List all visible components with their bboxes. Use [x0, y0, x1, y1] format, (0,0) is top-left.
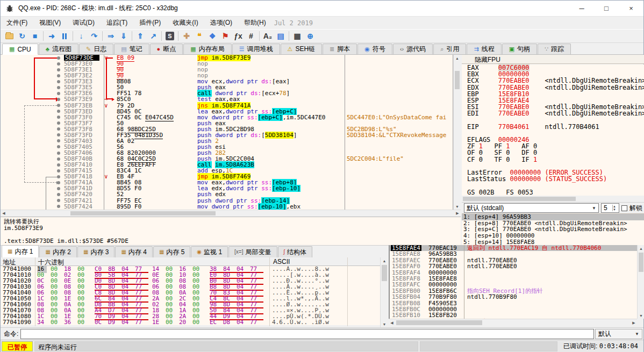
register-row[interactable]: EIP 770B4061 ntdll.770B4061 [462, 124, 644, 130]
breakpoint-dot-icon[interactable] [57, 187, 60, 190]
patch-button[interactable]: ✚ [180, 30, 193, 42]
execute-till-return-button[interactable]: ⇑ [134, 30, 147, 42]
pause-button[interactable] [58, 30, 71, 42]
scroll-down-icon[interactable]: ▼ [381, 321, 388, 327]
restart-button[interactable]: ↻ [16, 30, 28, 42]
tab-seh[interactable]: ⚠SEH链 [281, 44, 323, 54]
argument-row[interactable]: 4: [esp+10] 00000000 [462, 233, 644, 239]
scroll-right-icon[interactable]: ▶ [631, 319, 637, 326]
menu-item-d[interactable]: 调试(D) [67, 17, 101, 28]
menu-item-t[interactable]: 追踪(T) [101, 17, 133, 28]
menu-item-p[interactable]: 插件(P) [133, 17, 167, 28]
scroll-left-icon[interactable]: ◀ [389, 319, 395, 326]
stack-row[interactable]: 15E8FAE4770EAC19返回到 ntdll.770EAC19 自 ntd… [390, 245, 637, 251]
disassembly-hscrollbar[interactable]: ◀ ▶ [1, 210, 461, 217]
stack-row[interactable]: 15E8FAF815E8FAE8 [390, 276, 637, 282]
breakpoint-dot-icon[interactable] [57, 175, 60, 178]
scroll-thumb[interactable] [70, 211, 216, 215]
tab-cpu[interactable]: ▦CPU [2, 44, 38, 55]
breakpoint-dot-icon[interactable] [57, 68, 60, 71]
stack-row[interactable]: 15E8FB04770B9F80ntdll.770B9F80 [390, 294, 637, 300]
run-to-user-code-button[interactable]: ↗ [147, 30, 160, 42]
breakpoint-dot-icon[interactable] [57, 199, 60, 202]
scroll-thumb[interactable] [382, 265, 387, 281]
breakpoint-dot-icon[interactable] [57, 193, 60, 196]
register-row[interactable]: LastStatus 00000000 (STATUS_SUCCESS) [462, 176, 644, 182]
scroll-thumb[interactable] [396, 320, 482, 325]
breakpoint-dot-icon[interactable] [57, 152, 60, 155]
tab-dump-3[interactable]: ▦内存 3 [77, 246, 115, 257]
dump-vscrollbar[interactable]: ▲ ▼ [380, 257, 388, 327]
tab-watch-1[interactable]: ◉监视 1 [191, 246, 228, 257]
disassembly-vscrollbar[interactable]: ▲ ▼ [453, 55, 461, 210]
tab-dump-5[interactable]: ▦内存 5 [153, 246, 190, 257]
breakpoint-dot-icon[interactable] [57, 205, 60, 208]
hide-fpu-button[interactable]: 隐藏FPU [462, 55, 644, 64]
tab-handles[interactable]: ▣句柄 [502, 44, 537, 54]
tab-trace[interactable]: ∵跟踪 [538, 44, 571, 54]
stack-row[interactable]: 15E8FAF400000000 [390, 270, 637, 276]
tab-notes[interactable]: ▤笔记 [114, 44, 149, 54]
disasm-row[interactable]: 5D8F73E9→85C0test eax,eax [1, 96, 453, 102]
tab-locals[interactable]: [x=]局部变量 [228, 246, 277, 257]
tab-dump-1[interactable]: ▦内存 1 [2, 245, 39, 257]
label-button[interactable]: ❖ [206, 30, 219, 42]
scroll-right-icon[interactable]: ▶ [454, 210, 461, 217]
scroll-up-icon[interactable]: ▲ [381, 257, 388, 264]
menu-item-v[interactable]: 视图(V) [33, 17, 67, 28]
tab-graph[interactable]: ♣流程图 [39, 44, 78, 54]
breakpoint-dot-icon[interactable] [57, 133, 60, 137]
arguments-view[interactable]: 1: [esp+4] 96A59BB32: [esp+8] 770EABE0 <… [462, 213, 644, 245]
command-input[interactable] [20, 329, 594, 339]
tab-source[interactable]: ‹›源代码 [393, 44, 433, 54]
strings-button[interactable]: S [163, 30, 176, 42]
menu-item-h[interactable]: 帮助(H) [238, 17, 272, 28]
register-row[interactable]: GS 002B FS 0053 [462, 189, 644, 196]
register-row[interactable]: EDI 770EABE0 <ntdll.DbgUiRemoteBreakin> [462, 110, 644, 117]
breakpoint-dot-icon[interactable] [57, 92, 60, 95]
breakpoint-dot-icon[interactable] [57, 110, 60, 113]
hash-button[interactable]: # [245, 30, 257, 42]
breakpoint-dot-icon[interactable] [57, 163, 60, 167]
stepper-arrows-icon[interactable]: ▲▼ [612, 205, 619, 211]
breakpoint-dot-icon[interactable] [57, 62, 60, 66]
scroll-up-icon[interactable]: ▲ [454, 55, 461, 61]
registers-view[interactable]: EAX 007C6000EBX 00000000ECX 770EABE0 <nt… [462, 64, 644, 196]
tab-log[interactable]: ✎日志 [79, 44, 113, 54]
tab-dump-2[interactable]: ▦内存 2 [39, 246, 76, 257]
stack-vscrollbar[interactable]: ▲ ▼ [637, 245, 644, 319]
breakpoint-dot-icon[interactable] [57, 121, 60, 125]
menu-item-i[interactable]: 收藏夹(I) [167, 17, 204, 28]
scroll-up-icon[interactable]: ▲ [638, 245, 644, 252]
breakpoint-dot-icon[interactable] [57, 80, 60, 83]
menu-item-o[interactable]: 选项(O) [204, 17, 238, 28]
run-button[interactable]: ➜ [45, 30, 58, 42]
breakpoint-dot-icon[interactable] [57, 145, 60, 148]
function-button[interactable]: ƒx [232, 30, 245, 42]
tab-dump-4[interactable]: ▦内存 4 [115, 246, 152, 257]
stack-row[interactable]: 15E8FB1015E8FB20 [390, 312, 637, 318]
arg-count-stepper[interactable]: 5 ▲▼ [601, 203, 619, 213]
register-row[interactable]: CF 0 TF 0 IF 1 [462, 156, 644, 163]
scroll-thumb[interactable] [455, 71, 460, 89]
close-button[interactable]: × [619, 1, 643, 16]
tab-breakpoints[interactable]: ●断点 [150, 44, 183, 54]
font-button[interactable]: A₂ [261, 30, 274, 42]
command-script-select[interactable]: 默认 ▼ [595, 329, 642, 339]
breakpoint-dot-icon[interactable] [57, 74, 60, 77]
maximize-button[interactable]: □ [594, 1, 619, 16]
unlock-checkbox[interactable] [621, 205, 627, 211]
scroll-thumb[interactable] [463, 197, 576, 201]
disasm-row[interactable]: 5D8F7424895D F0mov dword ptr ss:[ebp-10]… [1, 204, 453, 210]
breakpoint-dot-icon[interactable] [57, 98, 60, 101]
tab-call-stack[interactable]: ☰调用堆栈 [232, 44, 280, 54]
memory-dump-row[interactable]: 77041090340036000CD904771E002000ECD80477… [1, 319, 380, 325]
scroll-left-icon[interactable]: ◀ [1, 210, 7, 217]
scroll-down-icon[interactable]: ▼ [638, 312, 644, 319]
scroll-thumb[interactable] [639, 253, 643, 272]
bookmark-button[interactable]: ⚑ [219, 30, 232, 42]
breakpoint-dot-icon[interactable] [57, 169, 60, 173]
run-until-expression-button[interactable]: ⇓ [117, 30, 130, 42]
registers-hscrollbar[interactable] [462, 196, 644, 202]
argument-row[interactable]: 1: [esp+4] 96A59BB3 [462, 214, 644, 220]
